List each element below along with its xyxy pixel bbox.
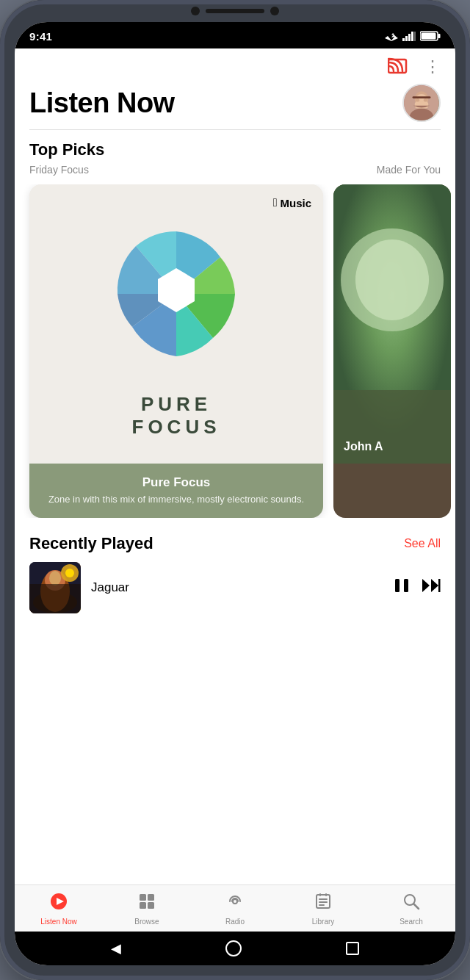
svg-marker-0 [385, 36, 398, 41]
music-label: Music [280, 197, 311, 209]
tab-bar: Listen Now Browse [15, 884, 455, 932]
apple-music-badge:  Music [273, 196, 311, 209]
header-row: Listen Now [29, 84, 441, 122]
card-description: Zone in with this mix of immersive, most… [44, 493, 308, 506]
svg-point-29 [49, 571, 61, 586]
card-peek-art: John A [333, 184, 451, 464]
app-toolbar: ⋮ [29, 56, 441, 78]
svg-line-52 [414, 904, 419, 909]
john-a-card[interactable]: John A [333, 184, 451, 518]
see-all-button[interactable]: See All [404, 537, 441, 550]
cards-row[interactable]:  Music [15, 184, 455, 518]
cast-button[interactable] [388, 56, 411, 78]
apple-logo-icon:  [273, 196, 278, 209]
back-button[interactable]: ◀ [111, 940, 121, 956]
svg-rect-48 [319, 904, 325, 906]
status-bar: 9:41 [15, 22, 455, 48]
tab-search[interactable]: Search [386, 893, 437, 926]
svg-marker-36 [431, 579, 438, 592]
status-time: 9:41 [29, 30, 52, 43]
track-thumbnail [29, 562, 81, 613]
pause-button[interactable] [394, 577, 410, 598]
top-picks-label: Top Picks [15, 140, 455, 159]
card-peek-name: John A [344, 440, 383, 453]
friday-focus-tab[interactable]: Friday Focus [29, 164, 89, 176]
svg-rect-9 [438, 34, 441, 38]
library-icon [314, 893, 332, 915]
tab-library[interactable]: Library [297, 893, 349, 926]
svg-rect-43 [148, 902, 154, 909]
status-icons [385, 31, 441, 41]
svg-rect-46 [319, 898, 328, 900]
svg-point-44 [233, 899, 237, 904]
listen-now-label: Listen Now [40, 918, 76, 926]
avatar[interactable] [402, 84, 441, 122]
svg-rect-40 [140, 894, 146, 901]
header-divider [29, 129, 441, 130]
svg-point-18 [424, 98, 428, 102]
skip-forward-button[interactable] [422, 577, 441, 598]
listen-now-icon [50, 893, 68, 915]
svg-marker-35 [422, 579, 430, 592]
recently-played-section: Recently Played See All [15, 534, 455, 613]
svg-point-17 [416, 98, 420, 102]
svg-rect-7 [414, 32, 416, 41]
pure-focus-text: PURE FOCUS [132, 393, 221, 439]
recently-label: Recently Played [29, 534, 153, 553]
svg-rect-4 [405, 36, 408, 41]
radio-label: Radio [225, 918, 245, 926]
svg-rect-6 [411, 32, 413, 41]
tab-browse[interactable]: Browse [121, 893, 173, 926]
more-button[interactable]: ⋮ [424, 59, 441, 75]
card-title: Pure Focus [44, 475, 308, 490]
browse-icon [138, 893, 156, 915]
svg-rect-34 [404, 579, 408, 592]
svg-rect-3 [402, 38, 405, 41]
track-row: Jaguar [29, 562, 441, 613]
focus-logo [92, 209, 261, 378]
browse-label: Browse [134, 918, 159, 926]
svg-rect-42 [140, 902, 146, 909]
speaker-grille [206, 9, 264, 13]
pure-focus-card[interactable]:  Music [29, 184, 323, 518]
made-for-you-tab[interactable]: Made For You [377, 164, 441, 176]
library-label: Library [312, 918, 335, 926]
scroll-area[interactable]: Top Picks Friday Focus Made For You  Mu… [15, 140, 455, 884]
card-info: Pure Focus Zone in with this mix of imme… [29, 464, 323, 518]
camera-dot2 [270, 7, 279, 15]
svg-rect-50 [325, 893, 327, 896]
svg-rect-41 [148, 894, 154, 901]
recently-header: Recently Played See All [29, 534, 441, 553]
track-name: Jaguar [91, 580, 383, 595]
svg-rect-32 [29, 584, 81, 613]
page-title: Listen Now [29, 87, 175, 119]
svg-rect-37 [438, 579, 441, 592]
app-header: ⋮ Listen Now [15, 48, 455, 140]
radio-icon [226, 893, 244, 915]
card-art:  Music [29, 184, 323, 464]
wifi-icon [385, 32, 398, 41]
tab-listen-now[interactable]: Listen Now [33, 893, 84, 926]
avatar-image [404, 85, 439, 120]
svg-rect-49 [319, 893, 321, 896]
home-button[interactable] [225, 940, 242, 956]
search-icon [402, 893, 420, 915]
svg-point-23 [355, 239, 429, 320]
battery-icon [420, 31, 441, 41]
track-controls [394, 577, 441, 598]
signal-icon [402, 32, 416, 41]
android-nav-bar: ◀ [15, 932, 455, 965]
svg-rect-10 [422, 33, 436, 40]
top-picks-tabs: Friday Focus Made For You [15, 164, 455, 176]
search-label: Search [400, 918, 423, 926]
svg-rect-33 [395, 579, 400, 592]
svg-rect-5 [408, 34, 411, 41]
recents-button[interactable] [346, 942, 359, 955]
svg-point-31 [65, 569, 74, 577]
camera-dot [191, 7, 200, 15]
svg-rect-47 [319, 901, 328, 903]
tab-radio[interactable]: Radio [209, 893, 261, 926]
